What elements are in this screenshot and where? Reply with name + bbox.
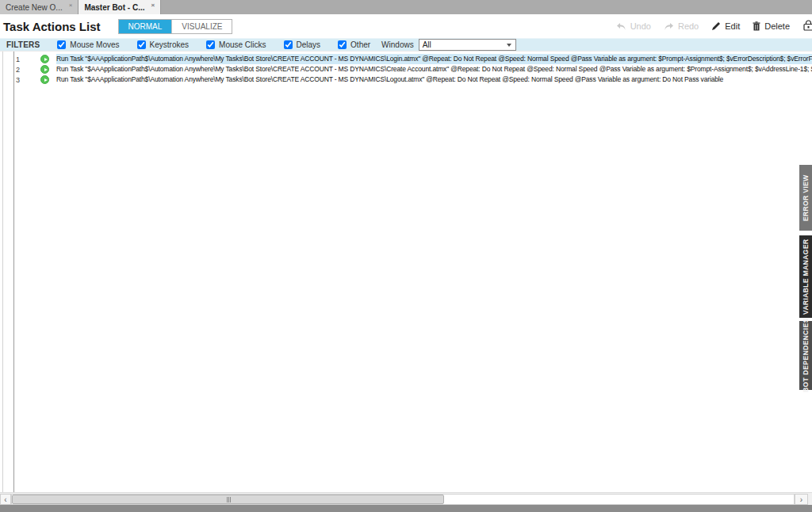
redo-icon: [664, 22, 674, 31]
filter-mouse-clicks: Mouse Clicks: [206, 40, 266, 49]
redo-button[interactable]: Redo: [664, 21, 699, 31]
run-task-play-icon: [40, 55, 49, 63]
window-bottom-edge: [0, 505, 812, 512]
header-actions: Undo Redo Edit Delete: [616, 20, 812, 32]
windows-dropdown[interactable]: All: [419, 39, 516, 51]
page-title: Task Actions List: [3, 20, 101, 33]
delete-trash-icon: [753, 21, 760, 31]
view-mode-switch: NORMAL VISUALIZE: [118, 19, 233, 34]
panel-left-border: [2, 52, 3, 492]
mouse-moves-checkbox[interactable]: [57, 40, 66, 49]
window-tab-label: Master Bot - C...: [84, 3, 144, 12]
scrollbar-grip-icon: [228, 497, 229, 502]
lock-icon: [802, 23, 812, 32]
side-tab-bot-dependencies[interactable]: BOT DEPENDENCIES: [799, 321, 812, 390]
window-tab-create-new[interactable]: Create New O... ×: [0, 0, 79, 14]
keystrokes-checkbox[interactable]: [137, 40, 146, 49]
action-text: Run Task "$AAApplicationPath$\Automation…: [56, 75, 812, 85]
table-row[interactable]: 2 Run Task "$AAApplicationPath$\Automati…: [0, 64, 812, 75]
action-text: Run Task "$AAApplicationPath$\Automation…: [56, 54, 812, 64]
scroll-right-arrow[interactable]: ›: [795, 494, 808, 505]
edit-label: Edit: [725, 21, 740, 31]
table-row[interactable]: 1 Run Task "$AAApplicationPath$\Automati…: [0, 54, 812, 64]
row-number: 1: [0, 55, 21, 63]
filter-delays: Delays: [284, 40, 321, 49]
scrollbar-thumb[interactable]: [12, 495, 444, 504]
action-rows: 1 Run Task "$AAApplicationPath$\Automati…: [0, 54, 812, 85]
undo-icon: [616, 22, 626, 31]
filters-label: FILTERS: [6, 40, 40, 49]
other-checkbox[interactable]: [338, 40, 347, 49]
side-tab-error-view[interactable]: ERROR VIEW: [799, 165, 812, 231]
keystrokes-label: Keystrokes: [150, 40, 189, 49]
undo-button[interactable]: Undo: [616, 21, 651, 31]
scrollbar-track[interactable]: [11, 494, 795, 505]
filter-keystrokes: Keystrokes: [137, 40, 189, 49]
windows-label: Windows: [381, 40, 414, 49]
mouse-clicks-checkbox[interactable]: [206, 40, 215, 49]
delete-label: Delete: [764, 21, 790, 31]
edit-pencil-icon: [711, 21, 721, 31]
tab-normal[interactable]: NORMAL: [119, 20, 172, 33]
lock-button[interactable]: [802, 20, 812, 32]
row-number: 3: [0, 76, 21, 84]
row-number: 2: [0, 66, 21, 74]
side-tab-variable-manager[interactable]: VARIABLE MANAGER: [799, 235, 812, 318]
mouse-moves-label: Mouse Moves: [70, 40, 119, 49]
table-row[interactable]: 3 Run Task "$AAApplicationPath$\Automati…: [0, 75, 812, 85]
header: Task Actions List NORMAL VISUALIZE Undo …: [0, 14, 812, 38]
mouse-clicks-label: Mouse Clicks: [219, 40, 266, 49]
action-text: Run Task "$AAApplicationPath$\Automation…: [56, 64, 812, 75]
other-label: Other: [350, 40, 370, 49]
line-number-gutter-divider: [13, 52, 14, 492]
window-tab-bar: Create New O... × Master Bot - C... ×: [0, 0, 812, 14]
window-tab-master-bot[interactable]: Master Bot - C... ×: [79, 0, 161, 14]
delays-checkbox[interactable]: [284, 40, 293, 49]
delete-button[interactable]: Delete: [753, 21, 790, 31]
edit-button[interactable]: Edit: [711, 21, 740, 31]
tab-visualize[interactable]: VISUALIZE: [171, 20, 232, 33]
close-icon[interactable]: ×: [69, 2, 73, 9]
chevron-down-icon: [507, 44, 511, 47]
close-icon[interactable]: ×: [151, 2, 155, 9]
run-task-play-icon: [40, 75, 49, 84]
window-tab-label: Create New O...: [6, 3, 63, 12]
redo-label: Redo: [678, 21, 699, 31]
scroll-left-arrow[interactable]: ‹: [0, 494, 11, 505]
horizontal-scrollbar: ‹ ›: [0, 492, 812, 505]
task-actions-panel: 1 Run Task "$AAApplicationPath$\Automati…: [0, 52, 812, 492]
filter-bar: FILTERS Mouse Moves Keystrokes Mouse Cli…: [0, 38, 812, 52]
undo-label: Undo: [630, 21, 651, 31]
filter-other: Other: [338, 40, 370, 49]
filter-mouse-moves: Mouse Moves: [57, 40, 119, 49]
delays-label: Delays: [297, 40, 321, 49]
windows-dropdown-value: All: [423, 40, 431, 49]
run-task-play-icon: [40, 65, 49, 74]
